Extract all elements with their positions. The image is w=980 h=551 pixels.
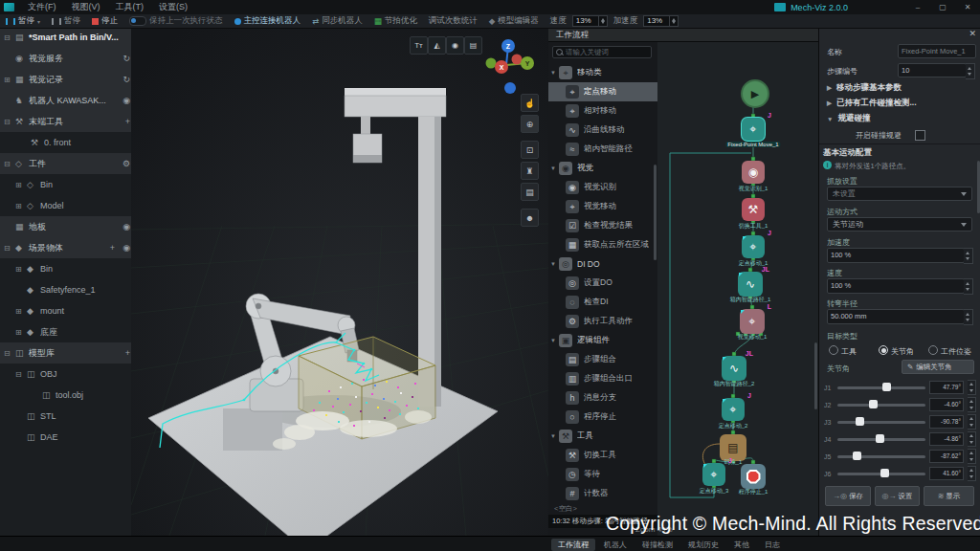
axis-ball-neg-y[interactable] (486, 58, 497, 69)
beat-optimize-button[interactable]: ▦节拍优化 (368, 14, 423, 28)
tree-item-robot[interactable]: ♞机器人 KAWASAK...◉ (0, 90, 132, 111)
step-cat-vision[interactable]: ▼◉视觉 (548, 159, 654, 178)
flow-node-fixed-point-move-1[interactable]: ⌖JFixed-Point Move_1 (742, 118, 765, 141)
speed-input[interactable]: 13% (572, 15, 608, 27)
step-vision-look[interactable]: ◉视觉识别 (548, 178, 658, 197)
slider-thumb[interactable] (856, 417, 864, 426)
tab-collision-check[interactable]: 碰撞检测 (635, 539, 679, 551)
step-get-pointcloud-region[interactable]: ▦获取点云所在区域 (548, 235, 658, 254)
joint-value-input[interactable]: -87.62° (929, 450, 964, 463)
step-smart-path-in-bin[interactable]: ≈箱内智能路径 (548, 140, 658, 159)
tree-item-dae-group[interactable]: ◫DAE (0, 427, 132, 448)
slider[interactable] (837, 473, 925, 475)
tree-item-stl-group[interactable]: ◫STL (0, 406, 132, 427)
accel-input[interactable]: 13% (643, 15, 679, 27)
collapse-icon[interactable]: ⊟ (4, 118, 15, 126)
section-basic-move-params[interactable]: ▶移动步骤基本参数 (827, 82, 902, 94)
refresh-icon[interactable]: ↻ (122, 54, 130, 63)
library-scrollbar[interactable] (654, 165, 657, 260)
keep-state-toggle[interactable]: 保持上一次执行状态 (123, 14, 229, 28)
slider-thumb[interactable] (880, 469, 889, 477)
eye-icon[interactable]: ◉ (122, 96, 130, 105)
close-button[interactable]: ✕ (955, 0, 980, 14)
refresh-icon[interactable]: ↻ (122, 75, 130, 84)
stepper-icon[interactable] (964, 309, 973, 325)
joint-value-input[interactable]: -4.86° (929, 432, 964, 446)
collapse-icon[interactable]: ⊟ (4, 244, 15, 253)
acceleration-input[interactable]: 100 % (827, 248, 965, 263)
collapse-icon[interactable]: ⊟ (15, 370, 27, 379)
slider-thumb[interactable] (869, 400, 878, 408)
step-check-vision-result[interactable]: ☑检查视觉结果 (548, 216, 658, 235)
caret-down-icon[interactable]: ▼ (548, 261, 559, 267)
step-tool-action[interactable]: ⚙执行工具动作 (548, 312, 658, 331)
tab-plan-history[interactable]: 规划历史 (681, 539, 725, 551)
tree-item-project[interactable]: ⊟▤*Smart Path in Bin/V... (0, 27, 132, 48)
slider-thumb[interactable] (882, 383, 891, 391)
tree-item-end-tools[interactable]: ⊟⚒末端工具+ (0, 111, 132, 132)
flow-node-change-tool[interactable]: ⚒切换工具_1 (742, 198, 765, 221)
radio-tool[interactable]: 工具 (829, 345, 857, 357)
collapse-icon[interactable]: ⊟ (4, 33, 15, 42)
caret-down-icon[interactable]: ▼ (548, 70, 559, 76)
tree-item-scene-objects[interactable]: ⊟◆场景物体+◉ (0, 237, 132, 258)
stop-button[interactable]: 停止 (86, 14, 123, 28)
flow-node-vision-move[interactable]: ⌖L视觉移动_1 (740, 309, 765, 334)
step-group-exit[interactable]: ▥步骤组合出口 (548, 369, 658, 388)
expand-icon[interactable]: ⊞ (15, 202, 27, 210)
step-vision-move[interactable]: ⌖视觉移动 (548, 197, 658, 216)
step-search-box[interactable] (552, 46, 652, 58)
axis-ball-neg-z[interactable] (504, 82, 516, 94)
stepper-icon[interactable] (968, 414, 976, 430)
pause-button[interactable]: 暂停▾ (0, 14, 46, 28)
menu-view[interactable]: 视图(V) (64, 0, 108, 14)
set-pose-button[interactable]: ◎→设置 (875, 486, 920, 506)
tree-item-mount[interactable]: ⊞◆mount◉ (0, 300, 132, 321)
joint-value-input[interactable]: 47.79° (929, 381, 964, 394)
text-label-toggle-button[interactable]: Tт (410, 36, 428, 55)
expand-icon[interactable]: ⊞ (15, 265, 27, 274)
robot-view-button[interactable]: ♜ (521, 162, 539, 180)
step-cat-logic[interactable]: ▼▣逻辑组件 (548, 331, 654, 350)
section-held-workobject-collision[interactable]: ▶已持有工件碰撞检测... (827, 98, 917, 109)
tree-item-model-library[interactable]: ⊟◫模型库+ (0, 342, 132, 364)
eye-icon[interactable]: ◉ (122, 243, 130, 253)
step-cat-dido[interactable]: ▼◎DI DO (548, 254, 654, 274)
tree-item-safetyfence[interactable]: ◆Safetyfence_1↦ (0, 279, 132, 300)
step-cat-tools[interactable]: ▼⚒工具 (548, 427, 654, 446)
slider[interactable] (837, 386, 925, 389)
slider[interactable] (837, 455, 925, 458)
flow-node-fixed-point-move-4[interactable]: ⌖J定点移动_3 (702, 463, 725, 486)
flow-node-program-stop[interactable]: 程序停止_1 (741, 464, 766, 489)
motion-type-dropdown[interactable]: 关节运动 (827, 217, 972, 231)
radio-joint-angles[interactable]: 关节角 (879, 345, 914, 357)
flowchart-canvas[interactable]: ▶ ⌖JFixed-Point Move_1 ◉视觉识别_1 ⚒切换工具_1 ⌖… (657, 27, 818, 536)
step-change-tool[interactable]: ⚒切换工具 (548, 446, 658, 465)
master-control-button[interactable]: 主控连接机器人 (229, 14, 307, 28)
tree-item-tool-front[interactable]: ⚒0. front◉ (0, 132, 132, 153)
velocity-input[interactable]: 100 % (827, 278, 965, 294)
caret-down-icon[interactable]: ▼ (548, 433, 559, 439)
step-message-branch[interactable]: h消息分支 (548, 388, 658, 408)
stepper-icon[interactable] (968, 397, 976, 412)
slider-thumb[interactable] (853, 452, 861, 460)
gear-icon[interactable]: ⚙ (122, 159, 130, 168)
flow-node-smart-path-2[interactable]: ∿JL箱内智能路径_2 (722, 356, 746, 381)
caret-down-icon[interactable]: ▼ (548, 165, 559, 171)
step-program-stop[interactable]: ○程序停止 (548, 408, 658, 427)
step-check-di[interactable]: ◌检查DI (548, 293, 658, 312)
section-collision-avoidance[interactable]: ▼规避碰撞 (827, 113, 870, 124)
pause-secondary-button[interactable]: 暂停 (46, 14, 86, 28)
name-input[interactable]: Fixed-Point Move_1 (898, 44, 976, 58)
stepper-icon[interactable] (968, 449, 976, 464)
panel-layout-button[interactable]: ▤ (521, 183, 539, 201)
stepper-icon[interactable] (669, 16, 678, 26)
axis-ball-neg-x[interactable] (512, 55, 523, 65)
step-number-input[interactable]: 10 (898, 63, 967, 77)
joint-value-input[interactable]: -90.78° (929, 415, 964, 429)
slider-thumb[interactable] (876, 434, 884, 443)
menu-tools[interactable]: 工具(T) (108, 0, 152, 14)
edit-joint-angles-button[interactable]: ✎编辑关节角 (902, 360, 974, 374)
stepper-icon[interactable] (964, 248, 973, 264)
flow-node-palletize[interactable]: ▤码垛_1 (720, 434, 746, 461)
